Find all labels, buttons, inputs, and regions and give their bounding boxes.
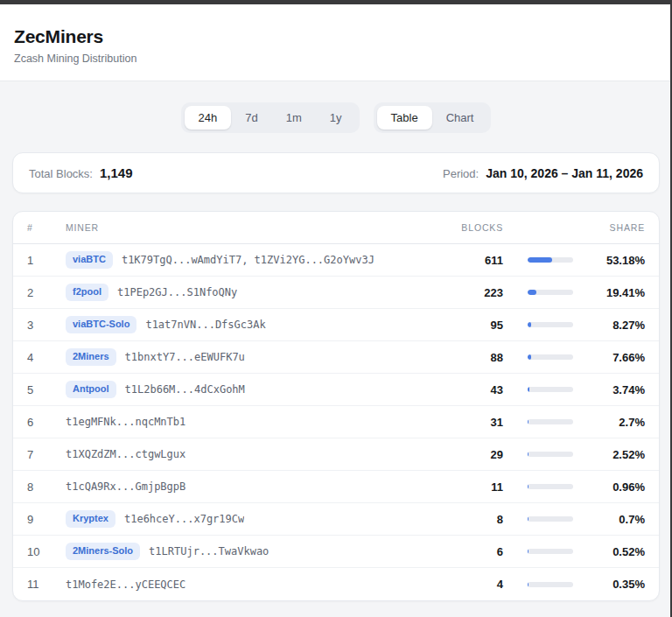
share-bar-cell [528, 322, 573, 327]
column-header-miner: Miner [66, 222, 451, 233]
table-row: 7 t1XQZdZM...ctgwLgux 29 2.52% [13, 438, 659, 471]
rank-cell: 8 [27, 480, 66, 494]
summary-card: Total Blocks: 1,149 Period: Jan 10, 2026… [12, 152, 660, 193]
column-header-rank: # [27, 222, 66, 233]
blocks-cell: 8 [451, 513, 503, 526]
miner-cell: t1XQZdZM...ctgwLgux [66, 448, 451, 460]
rank-cell: 3 [27, 319, 66, 332]
column-header-share: Share [585, 222, 645, 233]
blocks-cell: 88 [451, 351, 503, 364]
table-row: 4 2Miners t1bnxtY7...eEWUFK7u 88 7.66% [13, 341, 659, 374]
window-top-edge [0, 0, 672, 4]
miner-cell: 2Miners-Solo t1LRTUjr...TwaVkwao [66, 543, 451, 559]
share-bar-fill [528, 354, 531, 360]
miner-address: t1L2b66M...4dCxGohM [125, 383, 245, 396]
share-cell: 0.7% [585, 513, 645, 526]
page-header: ZecMiners Zcash Mining Distribution [0, 4, 672, 81]
tab-1y[interactable]: 1y [316, 106, 356, 130]
share-bar-track [528, 582, 573, 587]
rank-cell: 10 [27, 545, 66, 558]
rank-cell: 6 [27, 416, 66, 429]
miner-cell: 2Miners t1bnxtY7...eEWUFK7u [66, 348, 451, 365]
share-bar-cell [528, 549, 573, 554]
total-blocks-value: 1,149 [100, 165, 133, 180]
share-cell: 7.66% [585, 351, 645, 364]
share-bar-track [528, 257, 573, 263]
rank-cell: 4 [27, 351, 66, 364]
miner-cell: t1cQA9Rx...GmjpBgpB [66, 480, 451, 493]
miner-cell: Kryptex t1e6hceY...x7gr19Cw [66, 510, 451, 527]
tab-24h[interactable]: 24h [185, 106, 232, 130]
pool-badge: viaBTC-Solo [66, 316, 136, 333]
tab-chart-view[interactable]: Chart [432, 106, 488, 130]
share-cell: 8.27% [585, 319, 645, 332]
total-blocks-label: Total Blocks: [29, 167, 93, 180]
total-blocks-group: Total Blocks: 1,149 [29, 165, 133, 180]
share-bar-cell [528, 516, 573, 522]
pool-badge: viaBTC [66, 251, 113, 268]
table-row: 8 t1cQA9Rx...GmjpBgpB 11 0.96% [13, 471, 659, 503]
share-bar-track [528, 387, 573, 392]
miners-table: # Miner Blocks Share 1 viaBTC t1K79TgQ..… [12, 211, 660, 601]
page-subtitle: Zcash Mining Distribution [14, 53, 658, 65]
share-bar-fill [528, 257, 552, 263]
share-cell: 0.52% [585, 545, 645, 558]
tab-1m[interactable]: 1m [272, 106, 316, 130]
blocks-cell: 611 [451, 254, 503, 267]
rank-cell: 11 [27, 578, 66, 591]
period-label: Period: [443, 167, 479, 180]
tab-table-view[interactable]: Table [377, 106, 432, 130]
miner-address: t1at7nVN...DfsGc3Ak [145, 319, 265, 331]
blocks-cell: 31 [451, 416, 503, 429]
table-row: 3 viaBTC-Solo t1at7nVN...DfsGc3Ak 95 8.2… [13, 309, 659, 341]
miner-cell: t1Mofe2E...yCEEQCEC [66, 578, 451, 591]
share-bar-fill [528, 322, 531, 327]
share-bar-cell [528, 582, 573, 587]
pool-badge: Antpool [66, 381, 116, 397]
table-row: 6 t1egMFNk...nqcMnTb1 31 2.7% [13, 406, 659, 438]
miner-address: t1XQZdZM...ctgwLgux [66, 448, 186, 460]
share-cell: 3.74% [585, 383, 645, 396]
miner-address: t1K79TgQ...wAmdYiT7, t1ZVi2YG...G2oYwv3J [122, 254, 374, 266]
blocks-cell: 11 [451, 480, 503, 494]
pool-badge: 2Miners-Solo [66, 543, 140, 559]
page-title: ZecMiners [14, 26, 658, 47]
share-bar-track [528, 452, 573, 457]
pool-badge: 2Miners [66, 348, 116, 365]
share-bar-cell [528, 354, 573, 360]
share-cell: 19.41% [585, 286, 645, 299]
rank-cell: 7 [27, 448, 66, 461]
miner-address: t1PEp2GJ...S1NfoQNy [117, 286, 237, 298]
rank-cell: 9 [27, 513, 66, 526]
blocks-cell: 43 [451, 383, 503, 396]
miner-cell: t1egMFNk...nqcMnTb1 [66, 416, 451, 428]
share-bar-cell [528, 257, 573, 263]
pool-badge: f2pool [66, 284, 108, 300]
share-bar-fill [528, 419, 528, 424]
rank-cell: 1 [27, 254, 66, 267]
table-header-row: # Miner Blocks Share [13, 212, 659, 244]
miner-cell: Antpool t1L2b66M...4dCxGohM [66, 381, 451, 397]
share-bar-cell [528, 452, 573, 457]
miner-address: t1cQA9Rx...GmjpBgpB [66, 480, 186, 493]
tab-7d[interactable]: 7d [231, 106, 271, 130]
share-cell: 0.96% [585, 480, 645, 494]
period-value: Jan 10, 2026 – Jan 11, 2026 [486, 166, 643, 180]
share-bar-cell [528, 290, 573, 295]
main-content: Total Blocks: 1,149 Period: Jan 10, 2026… [0, 152, 672, 601]
miner-cell: viaBTC-Solo t1at7nVN...DfsGc3Ak [66, 316, 451, 333]
view-tab-group: Table Chart [374, 102, 492, 133]
table-row: 5 Antpool t1L2b66M...4dCxGohM 43 3.74% [13, 374, 659, 406]
table-row: 2 f2pool t1PEp2GJ...S1NfoQNy 223 19.41% [13, 277, 659, 309]
miner-cell: f2pool t1PEp2GJ...S1NfoQNy [66, 284, 451, 300]
table-row: 10 2Miners-Solo t1LRTUjr...TwaVkwao 6 0.… [13, 536, 659, 568]
share-bar-track [528, 354, 573, 360]
share-cell: 2.52% [585, 448, 645, 461]
share-bar-fill [528, 387, 529, 392]
share-bar-track [528, 549, 573, 554]
share-bar-cell [528, 419, 573, 424]
miner-address: t1e6hceY...x7gr19Cw [124, 513, 244, 525]
table-row: 9 Kryptex t1e6hceY...x7gr19Cw 8 0.7% [13, 503, 659, 536]
rank-cell: 2 [27, 286, 66, 299]
share-bar-cell [528, 484, 573, 489]
